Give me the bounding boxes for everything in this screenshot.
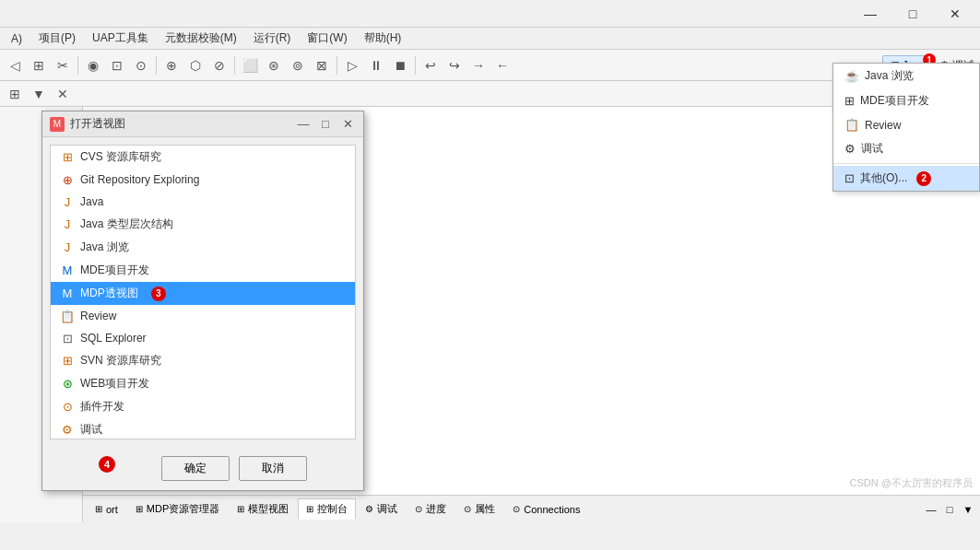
toolbar-btn-1[interactable]: ◁ xyxy=(4,54,26,76)
review-label: Review xyxy=(865,119,901,132)
menu-metadata[interactable]: 元数据校验(M) xyxy=(158,29,244,48)
other-icon: ⊡ xyxy=(844,171,855,185)
dialog-list-item[interactable]: ⊞SVN 资源库研究 xyxy=(51,349,355,372)
close-button[interactable]: ✕ xyxy=(934,0,976,28)
dialog-list-item[interactable]: JJava 浏览 xyxy=(51,236,355,259)
debug-dd-icon: ⚙ xyxy=(844,142,856,156)
dialog-list-item[interactable]: MMDE项目开发 xyxy=(51,259,355,282)
toolbar-btn-18[interactable]: ↪ xyxy=(443,54,466,76)
dropdown-item-mde[interactable]: ⊞ MDE项目开发 xyxy=(833,88,979,113)
toolbar-btn-17[interactable]: ↩ xyxy=(419,54,442,76)
list-item-label: SVN 资源库研究 xyxy=(80,353,161,369)
toolbar-btn-12[interactable]: ⊚ xyxy=(287,54,309,76)
minimize-panel-btn[interactable]: — xyxy=(923,501,939,518)
toolbar-btn-20[interactable]: ← xyxy=(491,54,514,76)
tab-connections-label: Connections xyxy=(524,504,580,515)
toolbar-btn-9[interactable]: ⊘ xyxy=(208,54,230,76)
toolbar-btn-6[interactable]: ⊙ xyxy=(130,54,152,76)
tab-progress-icon: ⊙ xyxy=(415,504,422,514)
dialog-close-btn[interactable]: ✕ xyxy=(339,116,356,133)
list-item-label: 插件开发 xyxy=(80,399,124,415)
confirm-button[interactable]: 确定 xyxy=(161,456,230,481)
list-item-icon: ⊙ xyxy=(60,400,75,415)
tab-debug[interactable]: ⚙ 调试 xyxy=(357,498,406,520)
other-badge: 2 xyxy=(916,171,931,186)
tab-debug-label: 调试 xyxy=(377,502,397,516)
toolbar-btn-10[interactable]: ⬜ xyxy=(239,54,261,76)
list-item-icon: M xyxy=(60,287,75,301)
tab-connections-icon: ⊙ xyxy=(513,504,520,514)
dropdown-item-review[interactable]: 📋 Review xyxy=(833,113,979,136)
toolbar-sep-1 xyxy=(77,56,78,75)
tab-connections[interactable]: ⊙ Connections xyxy=(504,500,588,519)
dialog-list-item[interactable]: ⚙调试 xyxy=(51,418,355,439)
menu-run[interactable]: 运行(R) xyxy=(246,29,299,48)
toolbar-btn-14[interactable]: ▷ xyxy=(341,54,363,76)
tab-model-view[interactable]: ⊞ 模型视图 xyxy=(229,498,297,520)
toolbar-btn-13[interactable]: ⊠ xyxy=(311,54,333,76)
tab-model-view-icon: ⊞ xyxy=(237,504,244,514)
tab-console[interactable]: ⊞ 控制台 xyxy=(298,498,356,520)
toolbar-btn-2[interactable]: ⊞ xyxy=(28,54,50,76)
toolbar-btn-19[interactable]: → xyxy=(467,54,490,76)
tab-ort[interactable]: ⊞ ort xyxy=(87,500,126,519)
tab-progress[interactable]: ⊙ 进度 xyxy=(407,498,455,520)
dropdown-item-other[interactable]: ⊡ 其他(O)... 2 xyxy=(833,166,979,191)
toolbar-btn-5[interactable]: ⊡ xyxy=(106,54,128,76)
dropdown-item-java-browse[interactable]: ☕ Java 浏览 xyxy=(833,64,979,88)
bottom-right-buttons: — □ ▼ xyxy=(923,501,976,518)
tab-console-icon: ⊞ xyxy=(306,504,313,514)
list-item-label: SQL Explorer xyxy=(80,332,147,345)
list-item-label: Git Repository Exploring xyxy=(80,173,199,186)
toolbar-btn-3[interactable]: ✂ xyxy=(52,54,74,76)
cancel-button[interactable]: 取消 xyxy=(239,456,307,481)
minimize-button[interactable]: — xyxy=(849,0,891,28)
view-menu-btn[interactable]: ▼ xyxy=(960,501,976,518)
toolbar2-btn-1[interactable]: ⊞ xyxy=(4,83,26,105)
menu-window[interactable]: 窗口(W) xyxy=(300,29,354,48)
maximize-panel-btn[interactable]: □ xyxy=(941,501,958,518)
dialog-list-item[interactable]: ⊡SQL Explorer xyxy=(51,327,355,349)
dropdown-separator xyxy=(833,163,979,164)
menu-bar: A) 项目(P) UAP工具集 元数据校验(M) 运行(R) 窗口(W) 帮助(… xyxy=(0,28,980,50)
toolbar2-btn-3[interactable]: ✕ xyxy=(52,83,74,105)
dialog-maximize-btn[interactable]: □ xyxy=(317,116,334,133)
list-item-label: MDP透视图 xyxy=(80,286,138,301)
dialog-list-item[interactable]: ⊕Git Repository Exploring xyxy=(51,169,355,191)
toolbar-btn-11[interactable]: ⊛ xyxy=(263,54,285,76)
dialog-list-item[interactable]: ⊙插件开发 xyxy=(51,395,355,418)
toolbar-btn-16[interactable]: ⏹ xyxy=(389,54,411,76)
dialog-list-item[interactable]: ⊛WEB项目开发 xyxy=(51,372,355,395)
dropdown-item-debug[interactable]: ⚙ 调试 xyxy=(833,136,979,161)
toolbar2-btn-2[interactable]: ▼ xyxy=(28,83,50,105)
dialog-list-item[interactable]: MMDP透视图3 xyxy=(51,282,355,305)
tab-mdp-resource[interactable]: ⊞ MDP资源管理器 xyxy=(127,498,228,520)
tab-properties[interactable]: ⊙ 属性 xyxy=(455,498,503,520)
dropdown-menu: ☕ Java 浏览 ⊞ MDE项目开发 📋 Review ⚙ 调试 ⊡ 其他(O… xyxy=(832,63,980,192)
toolbar-btn-4[interactable]: ◉ xyxy=(82,54,104,76)
list-item-icon: J xyxy=(60,217,75,232)
menu-a[interactable]: A) xyxy=(4,30,30,47)
list-item-icon: M xyxy=(60,263,75,278)
dialog-list-item[interactable]: JJava 类型层次结构 xyxy=(51,213,355,236)
dialog-list-item[interactable]: ⊞CVS 资源库研究 xyxy=(51,146,355,169)
dialog-minimize-btn[interactable]: — xyxy=(295,116,312,133)
toolbar-btn-8[interactable]: ⬡ xyxy=(184,54,207,76)
dialog-list-item[interactable]: JJava xyxy=(51,191,355,213)
menu-uap[interactable]: UAP工具集 xyxy=(85,29,156,48)
list-item-icon: ⊛ xyxy=(60,377,75,392)
dialog-list-item[interactable]: 📋Review xyxy=(51,305,355,327)
menu-help[interactable]: 帮助(H) xyxy=(357,29,409,48)
tab-console-label: 控制台 xyxy=(317,502,348,516)
menu-project[interactable]: 项目(P) xyxy=(31,29,83,48)
toolbar-btn-15[interactable]: ⏸ xyxy=(365,54,387,76)
tab-progress-label: 进度 xyxy=(426,502,446,516)
title-bar: — □ ✕ xyxy=(0,0,980,28)
mde-label: MDE项目开发 xyxy=(860,93,929,109)
tab-debug-icon: ⚙ xyxy=(365,504,373,514)
dialog-list: ⊞CVS 资源库研究⊕Git Repository ExploringJJava… xyxy=(50,145,356,439)
maximize-button[interactable]: □ xyxy=(891,0,934,28)
toolbar-btn-7[interactable]: ⊕ xyxy=(160,54,183,76)
list-item-icon: ⊡ xyxy=(60,331,75,345)
toolbar-sep-5 xyxy=(415,56,416,75)
